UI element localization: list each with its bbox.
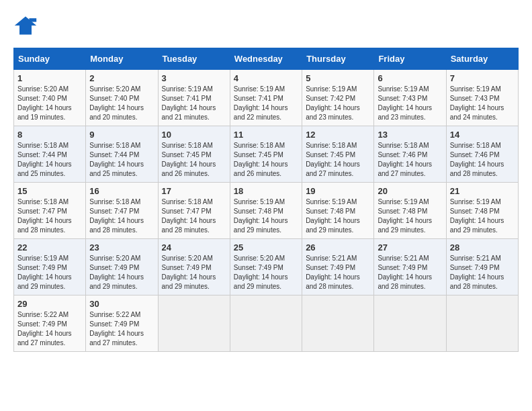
- calendar-week-row: 1 Sunrise: 5:20 AMSunset: 7:40 PMDayligh…: [14, 70, 519, 126]
- calendar-day-cell: 11 Sunrise: 5:18 AMSunset: 7:45 PMDaylig…: [230, 126, 302, 183]
- day-number: 30: [89, 299, 154, 309]
- day-number: 7: [450, 73, 515, 83]
- logo: [13, 13, 42, 38]
- calendar-day-cell: [230, 295, 302, 352]
- day-number: 2: [89, 73, 154, 83]
- calendar-week-row: 22 Sunrise: 5:19 AMSunset: 7:49 PMDaylig…: [14, 239, 519, 295]
- day-number: 10: [162, 130, 226, 140]
- day-info: Sunrise: 5:19 AMSunset: 7:49 PMDaylight:…: [17, 255, 72, 290]
- day-number: 1: [17, 73, 82, 83]
- calendar-day-cell: [302, 295, 374, 352]
- day-number: 27: [378, 242, 442, 253]
- day-number: 13: [378, 130, 442, 140]
- day-info: Sunrise: 5:20 AMSunset: 7:49 PMDaylight:…: [162, 255, 216, 290]
- calendar-day-cell: 22 Sunrise: 5:19 AMSunset: 7:49 PMDaylig…: [14, 239, 86, 295]
- day-number: 29: [17, 299, 82, 309]
- day-number: 14: [450, 130, 515, 140]
- day-number: 4: [234, 73, 298, 83]
- day-number: 18: [234, 186, 298, 196]
- day-number: 11: [234, 130, 298, 140]
- calendar-day-cell: [446, 295, 518, 352]
- calendar-day-cell: 16 Sunrise: 5:18 AMSunset: 7:47 PMDaylig…: [86, 183, 158, 239]
- day-info: Sunrise: 5:19 AMSunset: 7:41 PMDaylight:…: [234, 85, 288, 121]
- calendar-day-cell: 8 Sunrise: 5:18 AMSunset: 7:44 PMDayligh…: [14, 126, 86, 183]
- calendar-day-cell: [374, 295, 446, 352]
- day-info: Sunrise: 5:18 AMSunset: 7:47 PMDaylight:…: [89, 198, 144, 234]
- calendar-day-cell: 17 Sunrise: 5:18 AMSunset: 7:47 PMDaylig…: [158, 183, 230, 239]
- day-number: 15: [17, 186, 82, 196]
- weekday-header: Tuesday: [158, 48, 230, 70]
- day-number: 3: [162, 73, 226, 83]
- day-info: Sunrise: 5:19 AMSunset: 7:41 PMDaylight:…: [162, 85, 216, 121]
- calendar-day-cell: 20 Sunrise: 5:19 AMSunset: 7:48 PMDaylig…: [374, 183, 446, 239]
- calendar-day-cell: 19 Sunrise: 5:19 AMSunset: 7:48 PMDaylig…: [302, 183, 374, 239]
- day-info: Sunrise: 5:19 AMSunset: 7:43 PMDaylight:…: [378, 85, 432, 121]
- day-info: Sunrise: 5:18 AMSunset: 7:47 PMDaylight:…: [17, 198, 72, 234]
- calendar-day-cell: 13 Sunrise: 5:18 AMSunset: 7:46 PMDaylig…: [374, 126, 446, 183]
- calendar-week-row: 8 Sunrise: 5:18 AMSunset: 7:44 PMDayligh…: [14, 126, 519, 183]
- day-info: Sunrise: 5:22 AMSunset: 7:49 PMDaylight:…: [89, 311, 144, 347]
- day-info: Sunrise: 5:21 AMSunset: 7:49 PMDaylight:…: [450, 255, 504, 290]
- logo-icon: [13, 13, 38, 38]
- calendar-day-cell: 24 Sunrise: 5:20 AMSunset: 7:49 PMDaylig…: [158, 239, 230, 295]
- calendar-day-cell: 9 Sunrise: 5:18 AMSunset: 7:44 PMDayligh…: [86, 126, 158, 183]
- day-info: Sunrise: 5:18 AMSunset: 7:46 PMDaylight:…: [378, 142, 432, 177]
- day-number: 12: [306, 130, 370, 140]
- calendar-day-cell: 1 Sunrise: 5:20 AMSunset: 7:40 PMDayligh…: [14, 70, 86, 126]
- day-info: Sunrise: 5:20 AMSunset: 7:49 PMDaylight:…: [89, 255, 144, 290]
- day-info: Sunrise: 5:18 AMSunset: 7:45 PMDaylight:…: [306, 142, 360, 177]
- day-info: Sunrise: 5:21 AMSunset: 7:49 PMDaylight:…: [378, 255, 432, 290]
- calendar-day-cell: 12 Sunrise: 5:18 AMSunset: 7:45 PMDaylig…: [302, 126, 374, 183]
- day-number: 28: [450, 242, 515, 253]
- day-number: 22: [17, 242, 82, 253]
- day-info: Sunrise: 5:19 AMSunset: 7:43 PMDaylight:…: [450, 85, 504, 121]
- calendar-day-cell: 29 Sunrise: 5:22 AMSunset: 7:49 PMDaylig…: [14, 295, 86, 352]
- weekday-header: Monday: [86, 48, 158, 70]
- day-info: Sunrise: 5:19 AMSunset: 7:42 PMDaylight:…: [306, 85, 360, 121]
- calendar-day-cell: 10 Sunrise: 5:18 AMSunset: 7:45 PMDaylig…: [158, 126, 230, 183]
- calendar-day-cell: [158, 295, 230, 352]
- day-info: Sunrise: 5:20 AMSunset: 7:49 PMDaylight:…: [234, 255, 288, 290]
- day-number: 26: [306, 242, 370, 253]
- day-info: Sunrise: 5:18 AMSunset: 7:45 PMDaylight:…: [234, 142, 288, 177]
- day-info: Sunrise: 5:19 AMSunset: 7:48 PMDaylight:…: [450, 198, 504, 234]
- page-header: [13, 13, 519, 38]
- calendar-day-cell: 23 Sunrise: 5:20 AMSunset: 7:49 PMDaylig…: [86, 239, 158, 295]
- day-info: Sunrise: 5:20 AMSunset: 7:40 PMDaylight:…: [89, 85, 144, 121]
- day-number: 8: [17, 130, 82, 140]
- day-info: Sunrise: 5:18 AMSunset: 7:45 PMDaylight:…: [162, 142, 216, 177]
- day-number: 21: [450, 186, 515, 196]
- day-number: 9: [89, 130, 154, 140]
- day-info: Sunrise: 5:19 AMSunset: 7:48 PMDaylight:…: [234, 198, 288, 234]
- day-info: Sunrise: 5:21 AMSunset: 7:49 PMDaylight:…: [306, 255, 360, 290]
- calendar-day-cell: 14 Sunrise: 5:18 AMSunset: 7:46 PMDaylig…: [446, 126, 518, 183]
- calendar-day-cell: 21 Sunrise: 5:19 AMSunset: 7:48 PMDaylig…: [446, 183, 518, 239]
- calendar-header-row: SundayMondayTuesdayWednesdayThursdayFrid…: [14, 48, 519, 70]
- calendar-day-cell: 3 Sunrise: 5:19 AMSunset: 7:41 PMDayligh…: [158, 70, 230, 126]
- weekday-header: Thursday: [302, 48, 374, 70]
- calendar-day-cell: 7 Sunrise: 5:19 AMSunset: 7:43 PMDayligh…: [446, 70, 518, 126]
- calendar-day-cell: 2 Sunrise: 5:20 AMSunset: 7:40 PMDayligh…: [86, 70, 158, 126]
- weekday-header: Sunday: [14, 48, 86, 70]
- svg-marker-2: [29, 18, 36, 21]
- day-number: 17: [162, 186, 226, 196]
- day-number: 6: [378, 73, 442, 83]
- calendar-day-cell: 6 Sunrise: 5:19 AMSunset: 7:43 PMDayligh…: [374, 70, 446, 126]
- calendar-body: 1 Sunrise: 5:20 AMSunset: 7:40 PMDayligh…: [14, 70, 519, 352]
- calendar-day-cell: 5 Sunrise: 5:19 AMSunset: 7:42 PMDayligh…: [302, 70, 374, 126]
- day-number: 25: [234, 242, 298, 253]
- day-number: 19: [306, 186, 370, 196]
- day-info: Sunrise: 5:19 AMSunset: 7:48 PMDaylight:…: [306, 198, 360, 234]
- day-info: Sunrise: 5:18 AMSunset: 7:44 PMDaylight:…: [89, 142, 144, 177]
- calendar-week-row: 15 Sunrise: 5:18 AMSunset: 7:47 PMDaylig…: [14, 183, 519, 239]
- day-info: Sunrise: 5:18 AMSunset: 7:46 PMDaylight:…: [450, 142, 504, 177]
- day-info: Sunrise: 5:22 AMSunset: 7:49 PMDaylight:…: [17, 311, 72, 347]
- weekday-header: Saturday: [446, 48, 518, 70]
- weekday-header: Friday: [374, 48, 446, 70]
- day-number: 24: [162, 242, 226, 253]
- weekday-header: Wednesday: [230, 48, 302, 70]
- calendar-day-cell: 26 Sunrise: 5:21 AMSunset: 7:49 PMDaylig…: [302, 239, 374, 295]
- calendar-day-cell: 27 Sunrise: 5:21 AMSunset: 7:49 PMDaylig…: [374, 239, 446, 295]
- calendar-day-cell: 4 Sunrise: 5:19 AMSunset: 7:41 PMDayligh…: [230, 70, 302, 126]
- calendar-day-cell: 25 Sunrise: 5:20 AMSunset: 7:49 PMDaylig…: [230, 239, 302, 295]
